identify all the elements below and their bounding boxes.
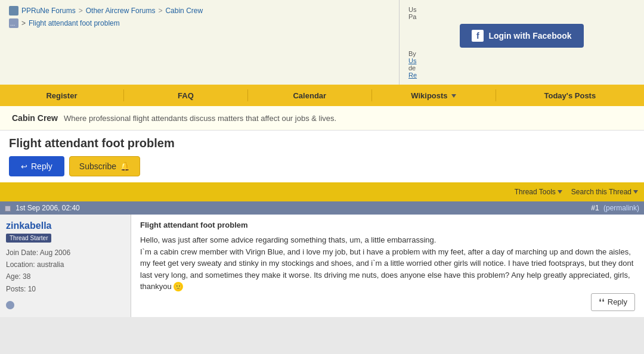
right-link-us[interactable]: Us (408, 57, 416, 64)
status-circle-icon (6, 301, 14, 309)
post-username[interactable]: zinkabella (6, 221, 125, 231)
breadcrumb-sub-sep: > (21, 19, 26, 27)
forum-header: Cabin Crew Where professional flight att… (0, 106, 644, 131)
forum-subtitle: Where professional flight attendants dis… (64, 114, 336, 123)
nav-calendar[interactable]: Calendar (248, 86, 371, 105)
user-status (6, 301, 125, 311)
right-text-pa: Pa (408, 13, 635, 20)
right-link-re[interactable]: Re (408, 72, 417, 79)
user-age: Age: 38 (6, 271, 125, 282)
breadcrumb-section-link[interactable]: Other Aircrew Forums (86, 7, 156, 15)
post-date: 1st Sep 2006, 02:40 (5, 204, 591, 212)
post-date-icon (5, 206, 11, 212)
smiley-icon: 🙂 (174, 282, 183, 291)
search-thread-label: Search this Thread (571, 188, 631, 196)
post-content-column: Flight attendant foot problem Hello, was… (131, 215, 644, 317)
thread-starter-badge: Thread Starter (6, 234, 51, 243)
facebook-login-button[interactable]: f Login with Facebook (460, 24, 583, 48)
reply-button-bottom[interactable]: ❛❛ Reply (591, 293, 635, 311)
nav-faq[interactable]: FAQ (124, 86, 247, 105)
post-date-text: 1st Sep 2006, 02:40 (16, 204, 79, 212)
thread-section: Flight attendant foot problem ↩ Reply Su… (0, 131, 644, 182)
post-user-column: zinkabella Thread Starter Join Date: Aug… (0, 215, 131, 317)
user-location: Location: australia (6, 259, 125, 271)
post-header: 1st Sep 2006, 02:40 #1 (permalink) (0, 201, 644, 215)
action-buttons: ↩ Reply Subscribe 🔔 (9, 156, 635, 176)
user-posts: Posts: 10 (6, 284, 125, 295)
forum-title: Cabin Crew (12, 113, 58, 123)
post-number-text: #1 (591, 204, 599, 212)
reply-button-label: Reply (31, 162, 52, 171)
breadcrumb-current-link[interactable]: Cabin Crew (165, 7, 203, 15)
subscribe-button[interactable]: Subscribe 🔔 (69, 156, 140, 176)
nav-today-posts[interactable]: Today's Posts (496, 91, 644, 100)
user-info: Join Date: Aug 2006 Location: australia … (6, 247, 125, 295)
thread-tools-label: Thread Tools (515, 188, 556, 196)
breadcrumb-site-link[interactable]: PPRuNe Forums (21, 7, 76, 15)
post-number: #1 (permalink) (591, 204, 639, 212)
right-de-label: de (408, 64, 635, 72)
nav-wikiposts-label: Wikiposts (411, 91, 447, 100)
reply-button-top[interactable]: ↩ Reply (9, 156, 64, 176)
reply-arrow-icon: ↩ (21, 162, 27, 171)
svg-text:...: ... (10, 20, 15, 27)
right-by-label: By (408, 50, 635, 57)
nav-register[interactable]: Register (0, 86, 123, 105)
reply-button-bottom-label: Reply (608, 297, 627, 306)
nav-wikiposts[interactable]: Wikiposts (372, 86, 496, 105)
right-text-us: Us (408, 6, 635, 13)
post-row: zinkabella Thread Starter Join Date: Aug… (0, 215, 644, 317)
home-icon (9, 6, 18, 15)
thread-tools-item[interactable]: Thread Tools (515, 188, 562, 196)
thread-tools-bar: Thread Tools Search this Thread (0, 182, 644, 201)
user-join-date: Join Date: Aug 2006 (6, 247, 125, 259)
search-thread-item[interactable]: Search this Thread (571, 188, 638, 196)
post-content-body: Hello, was just after some advice regard… (140, 234, 635, 293)
search-thread-arrow (633, 190, 638, 194)
breadcrumb-sep1: > (79, 7, 83, 15)
breadcrumb-sep2: > (158, 7, 162, 15)
breadcrumb-thread-link[interactable]: Flight attendant foot problem (29, 19, 120, 27)
thread-title: Flight attendant foot problem (9, 136, 635, 150)
post-wrapper: 1st Sep 2006, 02:40 #1 (permalink) zinka… (0, 201, 644, 317)
bell-icon: 🔔 (120, 162, 130, 171)
quote-icon: ❛❛ (599, 297, 605, 308)
post-content-title: Flight attendant foot problem (140, 221, 635, 229)
nav-bar: Register FAQ Calendar Wikiposts Today's … (0, 85, 644, 106)
subscribe-button-label: Subscribe (79, 162, 116, 171)
facebook-icon: f (472, 30, 484, 42)
post-permalink[interactable]: (permalink) (603, 204, 639, 212)
facebook-login-label: Login with Facebook (488, 31, 571, 41)
sub-home-icon: ... (9, 18, 18, 28)
thread-tools-arrow (558, 190, 562, 194)
nav-wikiposts-arrow (451, 94, 456, 98)
